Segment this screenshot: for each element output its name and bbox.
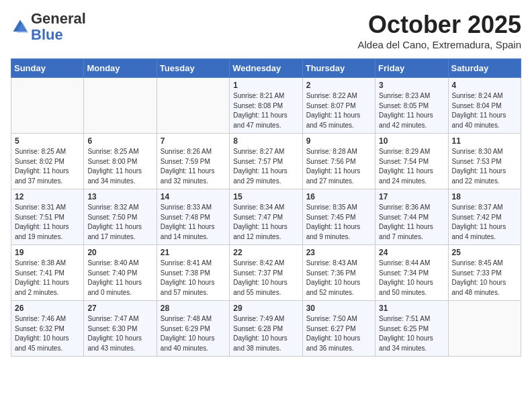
calendar-cell: 17Sunrise: 8:36 AMSunset: 7:44 PMDayligh…	[375, 189, 448, 245]
day-number: 7	[161, 136, 226, 146]
day-info: Sunrise: 8:42 AMSunset: 7:37 PMDaylight:…	[233, 259, 298, 298]
logo-blue-text: Blue	[31, 26, 63, 43]
day-info: Sunrise: 7:47 AMSunset: 6:30 PMDaylight:…	[87, 314, 152, 353]
calendar-cell: 29Sunrise: 7:49 AMSunset: 6:28 PMDayligh…	[230, 301, 302, 357]
calendar-cell: 26Sunrise: 7:46 AMSunset: 6:32 PMDayligh…	[11, 301, 84, 357]
day-info: Sunrise: 7:46 AMSunset: 6:32 PMDaylight:…	[15, 314, 80, 353]
day-info: Sunrise: 8:34 AMSunset: 7:47 PMDaylight:…	[233, 203, 298, 242]
calendar-week-row: 5Sunrise: 8:25 AMSunset: 8:02 PMDaylight…	[11, 134, 521, 189]
day-number: 12	[15, 192, 80, 201]
calendar-cell: 15Sunrise: 8:34 AMSunset: 7:47 PMDayligh…	[230, 189, 302, 245]
calendar-cell	[84, 78, 157, 134]
day-info: Sunrise: 8:35 AMSunset: 7:45 PMDaylight:…	[306, 203, 371, 242]
day-number: 16	[306, 192, 371, 201]
calendar-body: 1Sunrise: 8:21 AMSunset: 8:08 PMDaylight…	[11, 78, 521, 357]
calendar-cell: 12Sunrise: 8:31 AMSunset: 7:51 PMDayligh…	[11, 189, 84, 245]
day-number: 2	[306, 81, 371, 90]
day-info: Sunrise: 8:37 AMSunset: 7:42 PMDaylight:…	[452, 203, 517, 242]
calendar-week-row: 19Sunrise: 8:38 AMSunset: 7:41 PMDayligh…	[11, 245, 521, 301]
day-info: Sunrise: 8:31 AMSunset: 7:51 PMDaylight:…	[15, 203, 80, 242]
day-number: 4	[452, 81, 517, 90]
day-number: 5	[15, 136, 80, 146]
day-info: Sunrise: 8:32 AMSunset: 7:50 PMDaylight:…	[87, 203, 152, 242]
calendar-cell: 22Sunrise: 8:42 AMSunset: 7:37 PMDayligh…	[230, 245, 302, 301]
calendar-cell: 6Sunrise: 8:25 AMSunset: 8:00 PMDaylight…	[84, 134, 157, 189]
day-info: Sunrise: 8:29 AMSunset: 7:54 PMDaylight:…	[379, 147, 444, 186]
calendar-cell: 31Sunrise: 7:51 AMSunset: 6:25 PMDayligh…	[375, 301, 448, 357]
day-info: Sunrise: 8:41 AMSunset: 7:38 PMDaylight:…	[161, 259, 226, 298]
day-info: Sunrise: 8:27 AMSunset: 7:57 PMDaylight:…	[233, 147, 298, 186]
logo-icon	[11, 17, 30, 36]
day-info: Sunrise: 8:45 AMSunset: 7:33 PMDaylight:…	[452, 259, 517, 298]
calendar-week-row: 1Sunrise: 8:21 AMSunset: 8:08 PMDaylight…	[11, 78, 521, 134]
calendar-week-row: 12Sunrise: 8:31 AMSunset: 7:51 PMDayligh…	[11, 189, 521, 245]
day-info: Sunrise: 8:26 AMSunset: 7:59 PMDaylight:…	[161, 147, 226, 186]
day-number: 22	[233, 248, 298, 257]
day-number: 20	[87, 248, 152, 257]
logo: General Blue	[11, 11, 86, 43]
day-number: 27	[87, 304, 152, 313]
calendar-cell: 16Sunrise: 8:35 AMSunset: 7:45 PMDayligh…	[302, 189, 375, 245]
calendar-cell	[157, 78, 229, 134]
day-number: 21	[161, 248, 226, 257]
day-info: Sunrise: 8:44 AMSunset: 7:34 PMDaylight:…	[379, 259, 444, 298]
day-number: 25	[452, 248, 517, 257]
weekday-header-row: SundayMondayTuesdayWednesdayThursdayFrid…	[11, 59, 521, 78]
location-text: Aldea del Cano, Extremadura, Spain	[358, 39, 521, 50]
calendar-cell: 18Sunrise: 8:37 AMSunset: 7:42 PMDayligh…	[448, 189, 521, 245]
weekday-header: Friday	[375, 59, 448, 78]
day-number: 31	[379, 304, 444, 313]
day-number: 10	[379, 136, 444, 146]
calendar-cell: 5Sunrise: 8:25 AMSunset: 8:02 PMDaylight…	[11, 134, 84, 189]
calendar-cell: 24Sunrise: 8:44 AMSunset: 7:34 PMDayligh…	[375, 245, 448, 301]
calendar-cell: 30Sunrise: 7:50 AMSunset: 6:27 PMDayligh…	[302, 301, 375, 357]
calendar-cell: 14Sunrise: 8:33 AMSunset: 7:48 PMDayligh…	[157, 189, 229, 245]
weekday-header: Saturday	[448, 59, 521, 78]
day-number: 30	[306, 304, 371, 313]
day-info: Sunrise: 8:24 AMSunset: 8:04 PMDaylight:…	[452, 91, 517, 130]
calendar-cell: 10Sunrise: 8:29 AMSunset: 7:54 PMDayligh…	[375, 134, 448, 189]
calendar-cell: 13Sunrise: 8:32 AMSunset: 7:50 PMDayligh…	[84, 189, 157, 245]
day-number: 11	[452, 136, 517, 146]
month-title: October 2025	[358, 11, 521, 39]
day-number: 9	[306, 136, 371, 146]
calendar-cell: 8Sunrise: 8:27 AMSunset: 7:57 PMDaylight…	[230, 134, 302, 189]
calendar-cell: 3Sunrise: 8:23 AMSunset: 8:05 PMDaylight…	[375, 78, 448, 134]
day-info: Sunrise: 8:25 AMSunset: 8:02 PMDaylight:…	[15, 147, 80, 186]
weekday-header: Wednesday	[230, 59, 302, 78]
day-number: 3	[379, 81, 444, 90]
calendar-cell: 25Sunrise: 8:45 AMSunset: 7:33 PMDayligh…	[448, 245, 521, 301]
day-info: Sunrise: 8:25 AMSunset: 8:00 PMDaylight:…	[87, 147, 152, 186]
day-info: Sunrise: 8:33 AMSunset: 7:48 PMDaylight:…	[161, 203, 226, 242]
day-info: Sunrise: 8:22 AMSunset: 8:07 PMDaylight:…	[306, 91, 371, 130]
day-number: 24	[379, 248, 444, 257]
day-number: 17	[379, 192, 444, 201]
calendar-table: SundayMondayTuesdayWednesdayThursdayFrid…	[11, 58, 521, 357]
day-number: 8	[233, 136, 298, 146]
calendar-cell: 27Sunrise: 7:47 AMSunset: 6:30 PMDayligh…	[84, 301, 157, 357]
calendar-cell	[11, 78, 84, 134]
day-info: Sunrise: 7:51 AMSunset: 6:25 PMDaylight:…	[379, 314, 444, 353]
day-number: 26	[15, 304, 80, 313]
calendar-cell: 19Sunrise: 8:38 AMSunset: 7:41 PMDayligh…	[11, 245, 84, 301]
day-number: 19	[15, 248, 80, 257]
day-info: Sunrise: 7:48 AMSunset: 6:29 PMDaylight:…	[161, 314, 226, 353]
calendar-cell: 11Sunrise: 8:30 AMSunset: 7:53 PMDayligh…	[448, 134, 521, 189]
day-info: Sunrise: 8:36 AMSunset: 7:44 PMDaylight:…	[379, 203, 444, 242]
calendar-cell: 20Sunrise: 8:40 AMSunset: 7:40 PMDayligh…	[84, 245, 157, 301]
day-info: Sunrise: 8:21 AMSunset: 8:08 PMDaylight:…	[233, 91, 298, 130]
calendar-cell: 7Sunrise: 8:26 AMSunset: 7:59 PMDaylight…	[157, 134, 229, 189]
day-number: 23	[306, 248, 371, 257]
day-number: 15	[233, 192, 298, 201]
weekday-header: Tuesday	[157, 59, 229, 78]
calendar-cell: 21Sunrise: 8:41 AMSunset: 7:38 PMDayligh…	[157, 245, 229, 301]
day-number: 14	[161, 192, 226, 201]
calendar-cell: 28Sunrise: 7:48 AMSunset: 6:29 PMDayligh…	[157, 301, 229, 357]
day-number: 29	[233, 304, 298, 313]
day-info: Sunrise: 8:28 AMSunset: 7:56 PMDaylight:…	[306, 147, 371, 186]
day-info: Sunrise: 8:40 AMSunset: 7:40 PMDaylight:…	[87, 259, 152, 298]
day-number: 28	[161, 304, 226, 313]
calendar-cell: 1Sunrise: 8:21 AMSunset: 8:08 PMDaylight…	[230, 78, 302, 134]
day-number: 18	[452, 192, 517, 201]
calendar-cell: 9Sunrise: 8:28 AMSunset: 7:56 PMDaylight…	[302, 134, 375, 189]
